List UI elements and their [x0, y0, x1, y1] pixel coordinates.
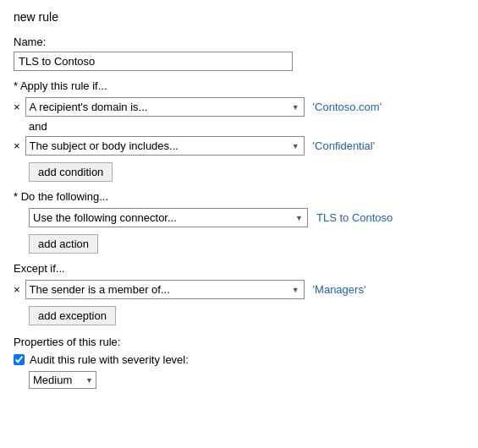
action-row: Use the following connector... TLS to Co… — [14, 208, 464, 227]
exception-value-link[interactable]: 'Managers' — [313, 283, 366, 296]
condition-1-value-link[interactable]: 'Contoso.com' — [313, 101, 382, 113]
name-input[interactable] — [14, 52, 293, 71]
condition-row-1: × A recipient's domain is... 'Contoso.co… — [14, 97, 464, 117]
condition-2-value-link[interactable]: 'Confidential' — [313, 139, 376, 152]
page-title: new rule — [14, 10, 464, 24]
severity-row: Low Medium High — [29, 371, 464, 389]
audit-checkbox[interactable] — [14, 354, 25, 365]
do-header: * Do the following... — [14, 190, 464, 203]
add-condition-button[interactable]: add condition — [29, 162, 113, 182]
condition-2-dropdown[interactable]: The subject or body includes... — [25, 136, 305, 156]
apply-header: * Apply this rule if... — [14, 79, 464, 92]
action-value-link[interactable]: TLS to Contoso — [316, 211, 393, 224]
audit-label: Audit this rule with severity level: — [30, 353, 189, 366]
add-exception-button[interactable]: add exception — [29, 306, 116, 325]
exception-row: × The sender is a member of... 'Managers… — [14, 280, 464, 299]
audit-checkbox-row: Audit this rule with severity level: — [14, 353, 464, 366]
action-dropdown[interactable]: Use the following connector... — [29, 208, 308, 227]
severity-dropdown[interactable]: Low Medium High — [29, 371, 96, 389]
condition-1-dropdown-wrapper: A recipient's domain is... — [25, 97, 305, 117]
name-section: Name: — [14, 36, 464, 71]
exception-dropdown[interactable]: The sender is a member of... — [25, 280, 305, 299]
exception-dropdown-wrapper: The sender is a member of... — [25, 280, 305, 299]
add-action-button[interactable]: add action — [29, 234, 98, 254]
remove-condition-1-button[interactable]: × — [14, 101, 24, 112]
condition-row-2: × The subject or body includes... 'Confi… — [14, 136, 464, 156]
severity-dropdown-wrapper: Low Medium High — [29, 371, 96, 389]
condition-1-dropdown[interactable]: A recipient's domain is... — [25, 97, 305, 117]
properties-header: Properties of this rule: — [14, 336, 464, 348]
remove-exception-button[interactable]: × — [14, 284, 24, 295]
properties-section: Properties of this rule: Audit this rule… — [14, 336, 464, 389]
action-dropdown-wrapper: Use the following connector... — [29, 208, 308, 227]
remove-condition-2-button[interactable]: × — [14, 140, 24, 151]
apply-section: * Apply this rule if... × A recipient's … — [14, 79, 464, 182]
condition-2-dropdown-wrapper: The subject or body includes... — [25, 136, 305, 156]
except-section: Except if... × The sender is a member of… — [14, 262, 464, 325]
name-label: Name: — [14, 36, 464, 48]
and-label: and — [29, 120, 464, 133]
except-header: Except if... — [14, 262, 464, 275]
do-section: * Do the following... Use the following … — [14, 190, 464, 254]
